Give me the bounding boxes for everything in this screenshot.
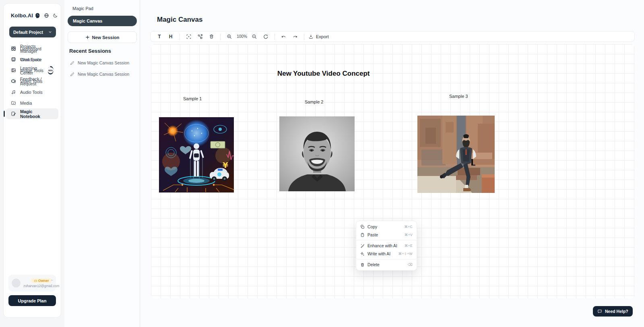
- context-item-shortcut: ⌫: [408, 263, 413, 267]
- left-sidebar: Kolbo.AI Default Project Dashboard Chat …: [3, 3, 61, 318]
- session-item-label: New Magic Canvas Session: [78, 72, 129, 77]
- project-selector-label: Default Project: [13, 30, 43, 35]
- user-account-card[interactable]: Owner zoharvan12@gmail.com: [8, 275, 56, 292]
- sidebar-bottom-nav: Projects Manager Workspace Learning Cent…: [6, 43, 58, 271]
- context-item-label: Paste: [367, 233, 378, 237]
- brain-logo-icon: [34, 12, 40, 19]
- toolbar-divider: [180, 33, 180, 40]
- crown-icon: [34, 279, 37, 282]
- context-item-label: Enhance with AI: [367, 244, 397, 248]
- ai-select-icon: [186, 34, 192, 39]
- session-item-label: New Magic Canvas Session: [78, 61, 129, 65]
- project-selector[interactable]: Default Project: [9, 27, 56, 37]
- ai-select-button[interactable]: [184, 32, 194, 41]
- context-item-shortcut: ⌘+E: [405, 244, 413, 248]
- chevron-up-icon: [50, 279, 54, 282]
- connector-tool-button[interactable]: [195, 32, 205, 41]
- language-globe-button[interactable]: [44, 13, 49, 18]
- zoom-level: 100%: [236, 34, 248, 39]
- sample-image-1[interactable]: ¥: [159, 117, 234, 192]
- help-chat-icon: [597, 309, 602, 314]
- context-item-shortcut: ⌘+C: [404, 225, 413, 229]
- feedback-bubble-icon: [11, 79, 16, 84]
- heading-tool-button[interactable]: H: [166, 32, 175, 41]
- paste-icon: [360, 233, 365, 237]
- need-help-button[interactable]: Need Help?: [593, 306, 633, 317]
- building-icon: [11, 57, 16, 62]
- reset-rotate-icon: [263, 34, 268, 39]
- copy-icon: [360, 225, 365, 229]
- context-item-label: Write with AI: [367, 252, 390, 256]
- tab-magic-canvas[interactable]: Magic Canvas: [68, 16, 137, 26]
- learning-progress-ring: 66%: [47, 66, 54, 75]
- briefcase-icon: [11, 46, 16, 51]
- text-tool-button[interactable]: T: [155, 32, 164, 41]
- context-menu-delete[interactable]: Delete ⌫: [356, 261, 417, 269]
- trash-icon: [209, 34, 214, 39]
- context-menu-copy[interactable]: Copy ⌘+C: [356, 223, 417, 231]
- brand-name: Kolbo.AI: [11, 12, 33, 19]
- sidebar-item-feedback[interactable]: Feedback / Request: [6, 76, 58, 87]
- delete-tool-button[interactable]: [206, 32, 216, 41]
- pencil-icon: [70, 72, 74, 77]
- sidebar-item-label: Feedback / Request: [20, 77, 54, 86]
- connector-icon: [197, 34, 203, 39]
- context-item-shortcut: ⌘+⇧+W: [398, 252, 413, 256]
- globe-icon: [44, 13, 49, 18]
- owner-badge-label: Owner: [38, 279, 49, 283]
- sample-2-label[interactable]: Sample 2: [305, 99, 323, 104]
- reset-view-button[interactable]: [261, 32, 270, 41]
- download-icon: [308, 34, 314, 39]
- zoom-in-icon: [227, 34, 232, 39]
- tab-magic-pad[interactable]: Magic Pad: [72, 6, 93, 11]
- dark-mode-button[interactable]: [53, 13, 58, 18]
- new-session-label: New Session: [92, 35, 120, 40]
- pencil-icon: [70, 61, 74, 65]
- owner-badge: Owner: [31, 278, 52, 283]
- page-title: Magic Canvas: [157, 16, 202, 24]
- zoom-out-button[interactable]: [250, 32, 259, 41]
- sidebar-item-projects-manager[interactable]: Projects Manager: [6, 43, 58, 54]
- context-menu-paste[interactable]: Paste ⌘+V: [356, 231, 417, 239]
- sidebar-item-label: Workspace: [20, 57, 42, 62]
- user-email: zoharvan12@gmail.com: [23, 284, 60, 288]
- undo-icon: [281, 34, 287, 39]
- text-tool-label: T: [158, 34, 161, 39]
- avatar: [12, 279, 21, 288]
- toolbar-divider: [275, 33, 275, 40]
- sample-image-3[interactable]: [417, 116, 495, 193]
- context-item-shortcut: ⌘+V: [405, 233, 413, 237]
- moon-icon: [53, 13, 58, 18]
- context-menu-divider: [356, 259, 417, 259]
- export-button[interactable]: Export: [308, 34, 329, 39]
- session-list-item[interactable]: New Magic Canvas Session: [70, 72, 129, 77]
- context-menu-enhance-ai[interactable]: Enhance with AI ⌘+E: [356, 242, 417, 250]
- context-item-label: Delete: [367, 263, 380, 267]
- session-list-item[interactable]: New Magic Canvas Session: [70, 61, 129, 65]
- upgrade-plan-button[interactable]: Upgrade Plan: [8, 295, 56, 306]
- zoom-out-icon: [252, 34, 257, 39]
- toolbar-divider: [304, 33, 304, 40]
- sidebar-item-workspace[interactable]: Workspace: [6, 54, 58, 65]
- board-title[interactable]: New Youtube Video Concept: [277, 70, 370, 78]
- sidebar-item-learning-center[interactable]: Learning Center 66%: [6, 65, 58, 76]
- magic-wand-icon: [360, 244, 365, 248]
- context-item-label: Copy: [367, 225, 377, 229]
- context-menu-divider: [356, 240, 417, 240]
- undo-button[interactable]: [279, 32, 289, 41]
- plus-icon: [85, 35, 90, 39]
- sidebar-item-label: Projects Manager: [20, 44, 54, 54]
- zoom-in-button[interactable]: [225, 32, 234, 41]
- sample-image-2[interactable]: [279, 116, 355, 191]
- sidebar-item-label: Learning Center: [20, 66, 43, 75]
- redo-button[interactable]: [290, 32, 300, 41]
- play-icon: [11, 68, 16, 73]
- heading-tool-label: H: [169, 34, 173, 39]
- new-session-button[interactable]: New Session: [68, 31, 137, 43]
- chevron-down-icon: [48, 30, 52, 34]
- context-menu-write-ai[interactable]: Write with AI ⌘+⇧+W: [356, 250, 417, 258]
- sample-3-label[interactable]: Sample 3: [449, 94, 468, 99]
- sample-1-label[interactable]: Sample 1: [183, 96, 202, 101]
- export-label: Export: [316, 34, 329, 39]
- sessions-panel: Magic Pad Magic Canvas New Session Recen…: [64, 0, 140, 327]
